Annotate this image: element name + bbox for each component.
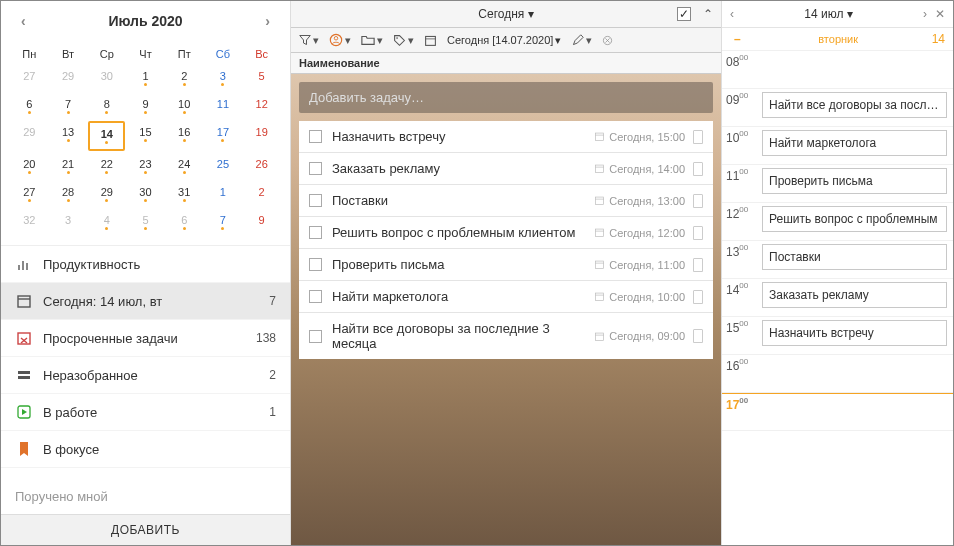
task-checkbox[interactable] [309,194,322,207]
calendar-day[interactable]: 10 [166,93,203,119]
calendar-day[interactable]: 29 [11,121,48,151]
hour-row[interactable]: 1600 [722,355,953,393]
filter-icon[interactable]: ▾ [299,34,319,47]
calendar-day[interactable]: 29 [88,181,125,207]
clear-icon[interactable] [602,35,613,46]
calendar-day[interactable]: 6 [11,93,48,119]
prev-day-button[interactable]: ‹ [730,7,734,21]
calendar-day[interactable]: 26 [243,153,280,179]
calendar-day[interactable]: 6 [166,209,203,235]
hour-row[interactable]: 1100Проверить письма [722,165,953,203]
calendar-day[interactable]: 24 [166,153,203,179]
calendar-day[interactable]: 13 [50,121,87,151]
task-checkbox[interactable] [309,130,322,143]
calendar-day[interactable]: 16 [166,121,203,151]
bookmark-icon[interactable] [693,194,703,208]
calendar-day[interactable]: 5 [127,209,164,235]
timeline-event[interactable]: Найти маркетолога [762,130,947,156]
calendar-day[interactable]: 20 [11,153,48,179]
bookmark-icon[interactable] [693,130,703,144]
calendar-day[interactable]: 5 [243,65,280,91]
add-task-input[interactable]: Добавить задачу… [299,82,713,113]
next-month-button[interactable]: › [259,11,276,31]
calendar-day[interactable]: 17 [205,121,242,151]
user-icon[interactable]: ▾ [329,33,351,47]
column-header[interactable]: Наименование [291,53,721,74]
calendar-day[interactable]: 23 [127,153,164,179]
calendar-day[interactable]: 11 [205,93,242,119]
timeline-event[interactable]: Поставки [762,244,947,270]
tag-icon[interactable]: ▾ [393,34,414,47]
calendar-day[interactable]: 7 [50,93,87,119]
calendar-day[interactable]: 1 [127,65,164,91]
bookmark-icon[interactable] [693,258,703,272]
task-checkbox[interactable] [309,226,322,239]
calendar-day[interactable]: 2 [243,181,280,207]
calendar-day[interactable]: 3 [205,65,242,91]
right-title[interactable]: 14 июл ▾ [804,7,852,21]
close-icon[interactable]: ✕ [935,7,945,21]
calendar-day[interactable]: 9 [127,93,164,119]
timeline-event[interactable]: Назначить встречу [762,320,947,346]
hour-row[interactable]: 1700 [722,393,953,431]
calendar-small-icon[interactable] [424,34,437,47]
timeline-event[interactable]: Решить вопрос с проблемным [762,206,947,232]
calendar-day[interactable]: 22 [88,153,125,179]
timeline-event[interactable]: Заказать рекламу [762,282,947,308]
task-row[interactable]: Заказать рекламуСегодня, 14:00 [299,153,713,185]
task-row[interactable]: Найти маркетологаСегодня, 10:00 [299,281,713,313]
hour-row[interactable]: 1000Найти маркетолога [722,127,953,165]
timeline-event[interactable]: Проверить письма [762,168,947,194]
calendar-day[interactable]: 21 [50,153,87,179]
task-row[interactable]: Найти все договоры за последние 3 месяца… [299,313,713,359]
show-completed-checkbox[interactable]: ✓ [677,7,691,21]
brush-icon[interactable]: ▾ [571,34,592,47]
hour-row[interactable]: 1500Назначить встречу [722,317,953,355]
smartlist-item[interactable]: Продуктивность [1,246,290,283]
bookmark-icon[interactable] [693,329,703,343]
calendar-day[interactable]: 27 [11,181,48,207]
calendar-day[interactable]: 29 [50,65,87,91]
task-checkbox[interactable] [309,330,322,343]
smartlist-item[interactable]: В работе1 [1,394,290,431]
calendar-day[interactable]: 32 [11,209,48,235]
calendar-day[interactable]: 2 [166,65,203,91]
calendar-day[interactable]: 19 [243,121,280,151]
calendar-day[interactable]: 27 [11,65,48,91]
next-day-button[interactable]: › [923,7,927,21]
calendar-day[interactable]: 8 [88,93,125,119]
calendar-day[interactable]: 7 [205,209,242,235]
hour-row[interactable]: 1300Поставки [722,241,953,279]
smartlist-item[interactable]: Готово к сдаче [1,468,290,479]
smartlist-item[interactable]: В фокусе [1,431,290,468]
calendar-day[interactable]: 1 [205,181,242,207]
assigned-by-me[interactable]: Поручено мной [1,479,290,514]
middle-title[interactable]: Сегодня ▾ [478,7,533,21]
toolbar-date-button[interactable]: Сегодня [14.07.2020] ▾ [447,34,561,47]
task-row[interactable]: Проверить письмаСегодня, 11:00 [299,249,713,281]
bookmark-icon[interactable] [693,226,703,240]
middle-expand-icon[interactable]: ⌃ [703,7,713,21]
hour-row[interactable]: 0900Найти все договоры за последние [722,89,953,127]
hour-row[interactable]: 1200Решить вопрос с проблемным [722,203,953,241]
bookmark-icon[interactable] [693,290,703,304]
task-checkbox[interactable] [309,290,322,303]
calendar-day[interactable]: 25 [205,153,242,179]
calendar-day[interactable]: 30 [127,181,164,207]
task-checkbox[interactable] [309,162,322,175]
timeline-event[interactable]: Найти все договоры за последние [762,92,947,118]
calendar-day[interactable]: 14 [88,121,125,151]
task-row[interactable]: Решить вопрос с проблемным клиентомСегод… [299,217,713,249]
calendar-day[interactable]: 15 [127,121,164,151]
task-row[interactable]: Назначить встречуСегодня, 15:00 [299,121,713,153]
calendar-day[interactable]: 28 [50,181,87,207]
smartlist-item[interactable]: Сегодня: 14 июл, вт7 [1,283,290,320]
calendar-day[interactable]: 31 [166,181,203,207]
calendar-day[interactable]: 9 [243,209,280,235]
smartlist-item[interactable]: Просроченные задачи138 [1,320,290,357]
prev-month-button[interactable]: ‹ [15,11,32,31]
task-checkbox[interactable] [309,258,322,271]
calendar-day[interactable]: 3 [50,209,87,235]
calendar-day[interactable]: 30 [88,65,125,91]
hour-row[interactable]: 0800 [722,51,953,89]
